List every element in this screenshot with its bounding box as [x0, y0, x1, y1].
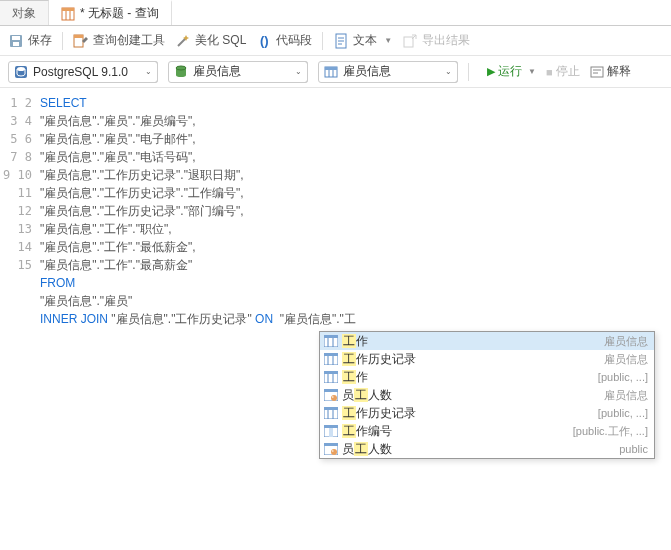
database-icon: [13, 64, 29, 80]
autocomplete-schema: public: [619, 443, 648, 455]
svg-rect-6: [13, 42, 19, 46]
autocomplete-label: 工作: [342, 333, 600, 350]
separator: [62, 32, 63, 50]
toolbar: 保存 查询创建工具 美化 SQL () 代码段 文本 ▼ 导出结果: [0, 26, 671, 56]
code-area[interactable]: SELECT "雇员信息"."雇员"."雇员编号", "雇员信息"."雇员"."…: [40, 88, 671, 550]
wand-icon: [175, 33, 191, 49]
svg-rect-49: [324, 443, 338, 446]
database-dropdown[interactable]: PostgreSQL 9.1.0 ⌄: [8, 61, 158, 83]
autocomplete-item[interactable]: 工作[public, ...]: [320, 368, 654, 386]
chevron-down-icon: ⌄: [440, 61, 458, 83]
save-button[interactable]: 保存: [8, 32, 52, 49]
schema-icon: [173, 64, 189, 80]
autocomplete-schema: 雇员信息: [604, 388, 648, 403]
autocomplete-schema: [public.工作, ...]: [573, 424, 648, 439]
table-icon: [61, 7, 75, 21]
autocomplete-popup[interactable]: 工作雇员信息工作历史记录雇员信息工作[public, ...]员工人数雇员信息工…: [319, 331, 655, 459]
svg-rect-19: [325, 67, 337, 70]
svg-rect-26: [324, 335, 338, 338]
run-button[interactable]: ▶ 运行 ▼: [487, 63, 536, 80]
play-icon: ▶: [487, 65, 495, 78]
autocomplete-label: 员工人数: [342, 441, 615, 458]
beautify-button[interactable]: 美化 SQL: [175, 32, 246, 49]
autocomplete-item[interactable]: 员工人数public: [320, 440, 654, 458]
export-button[interactable]: 导出结果: [402, 32, 470, 49]
autocomplete-schema: [public, ...]: [598, 407, 648, 419]
run-actions: ▶ 运行 ▼ ■ 停止 解释: [487, 63, 631, 80]
text-button[interactable]: 文本 ▼: [333, 32, 392, 49]
export-icon: [402, 33, 418, 49]
tab-objects[interactable]: 对象: [0, 0, 49, 25]
svg-rect-46: [324, 425, 338, 428]
text-label: 文本: [353, 32, 377, 49]
query-builder-label: 查询创建工具: [93, 32, 165, 49]
table-value: 雇员信息: [343, 63, 436, 80]
database-value: PostgreSQL 9.1.0: [33, 65, 136, 79]
export-label: 导出结果: [422, 32, 470, 49]
code-icon: (): [256, 33, 272, 49]
svg-rect-34: [324, 371, 338, 374]
schema-value: 雇员信息: [193, 63, 286, 80]
svg-rect-1: [62, 8, 74, 11]
schema-dropdown[interactable]: 雇员信息 ⌄: [168, 61, 308, 83]
svg-rect-13: [404, 37, 413, 47]
view-icon: [324, 443, 338, 455]
svg-point-15: [17, 67, 25, 71]
separator: [468, 63, 469, 81]
autocomplete-item[interactable]: 工作历史记录雇员信息: [320, 350, 654, 368]
svg-point-40: [332, 396, 334, 398]
sql-editor[interactable]: 1 2 3 4 5 6 7 8 9 10 11 12 13 14 15 SELE…: [0, 88, 671, 550]
svg-rect-5: [12, 36, 20, 40]
save-icon: [8, 33, 24, 49]
snippet-label: 代码段: [276, 32, 312, 49]
run-label: 运行: [498, 63, 522, 80]
separator: [322, 32, 323, 50]
svg-rect-47: [329, 428, 333, 437]
snippet-button[interactable]: () 代码段: [256, 32, 312, 49]
autocomplete-label: 工作历史记录: [342, 351, 600, 368]
document-icon: [333, 33, 349, 49]
svg-rect-30: [324, 353, 338, 356]
context-bar: PostgreSQL 9.1.0 ⌄ 雇员信息 ⌄ 雇员信息 ⌄ ▶ 运行 ▼ …: [0, 56, 671, 88]
autocomplete-label: 工作编号: [342, 423, 569, 440]
tab-bar: 对象 * 无标题 - 查询: [0, 0, 671, 26]
view-icon: [324, 389, 338, 401]
autocomplete-item[interactable]: 工作雇员信息: [320, 332, 654, 350]
autocomplete-label: 工作历史记录: [342, 405, 594, 422]
chevron-down-icon: ▼: [528, 67, 536, 76]
query-builder-icon: [73, 33, 89, 49]
autocomplete-item[interactable]: 工作编号[public.工作, ...]: [320, 422, 654, 440]
beautify-label: 美化 SQL: [195, 32, 246, 49]
explain-button[interactable]: 解释: [590, 63, 631, 80]
table-dropdown[interactable]: 雇员信息 ⌄: [318, 61, 458, 83]
tab-query[interactable]: * 无标题 - 查询: [49, 0, 172, 25]
svg-rect-8: [74, 35, 83, 38]
explain-icon: [590, 65, 604, 79]
svg-point-39: [331, 395, 337, 401]
chevron-down-icon: ▼: [384, 36, 392, 45]
table-icon: [323, 64, 339, 80]
autocomplete-label: 工作: [342, 369, 594, 386]
autocomplete-item[interactable]: 工作历史记录[public, ...]: [320, 404, 654, 422]
svg-rect-38: [324, 389, 338, 392]
autocomplete-item[interactable]: 员工人数雇员信息: [320, 386, 654, 404]
autocomplete-schema: 雇员信息: [604, 352, 648, 367]
stop-label: 停止: [556, 63, 580, 80]
table-icon: [324, 335, 338, 347]
column-icon: [324, 425, 338, 437]
autocomplete-label: 员工人数: [342, 387, 600, 404]
explain-label: 解释: [607, 63, 631, 80]
svg-rect-22: [591, 67, 603, 77]
chevron-down-icon: ⌄: [140, 61, 158, 83]
chevron-down-icon: ⌄: [290, 61, 308, 83]
tab-query-label: * 无标题 - 查询: [80, 5, 159, 22]
save-label: 保存: [28, 32, 52, 49]
table-icon: [324, 353, 338, 365]
stop-button[interactable]: ■ 停止: [546, 63, 580, 80]
line-gutter: 1 2 3 4 5 6 7 8 9 10 11 12 13 14 15: [0, 88, 40, 550]
table-icon: [324, 371, 338, 383]
table-icon: [324, 407, 338, 419]
svg-rect-42: [324, 407, 338, 410]
query-builder-button[interactable]: 查询创建工具: [73, 32, 165, 49]
autocomplete-schema: [public, ...]: [598, 371, 648, 383]
